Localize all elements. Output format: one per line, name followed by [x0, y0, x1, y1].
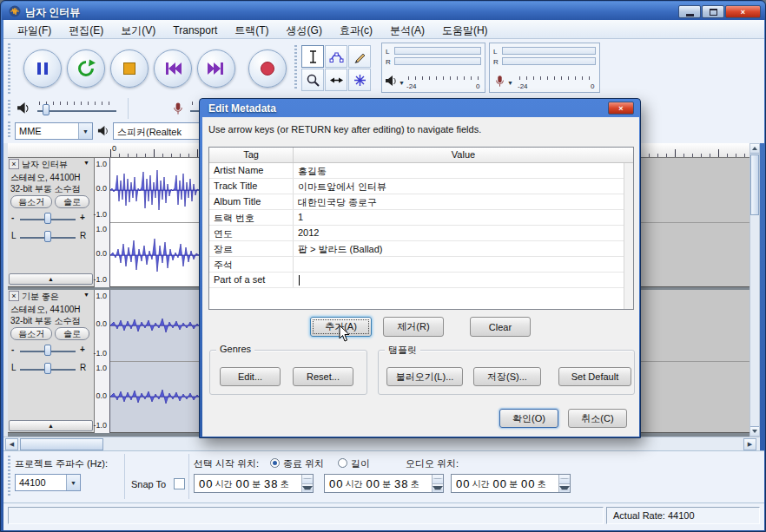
- metadata-tag-cell[interactable]: Album Title: [209, 194, 294, 209]
- metadata-row[interactable]: Artist Name 홍길동: [209, 163, 624, 179]
- stop-button[interactable]: [110, 49, 149, 88]
- scroll-right-button[interactable]: ▶: [743, 438, 756, 450]
- metadata-tag-cell[interactable]: 주석: [209, 257, 294, 272]
- transport-toolbar-gripper[interactable]: [8, 43, 10, 94]
- value-column-header[interactable]: Value: [294, 148, 633, 162]
- menu-item[interactable]: 분석(A): [381, 20, 433, 39]
- hours-value[interactable]: 00: [329, 477, 343, 490]
- metadata-row[interactable]: 장르 팝 > 발라드 (Ballad): [209, 241, 624, 257]
- metadata-value-cell[interactable]: 대한민국당 종로구: [294, 194, 624, 209]
- metadata-row[interactable]: 주석: [209, 257, 624, 273]
- device-toolbar-gripper[interactable]: [8, 122, 10, 139]
- track2-solo-button[interactable]: 솔로: [55, 327, 89, 340]
- scroll-left-button[interactable]: ◀: [5, 438, 18, 450]
- track2-collapse-button[interactable]: ▲: [9, 420, 93, 431]
- skip-to-start-button[interactable]: [154, 49, 192, 88]
- skip-to-end-button[interactable]: [197, 49, 235, 88]
- menu-item[interactable]: 파일(F): [9, 20, 60, 39]
- length-radio[interactable]: [338, 458, 347, 468]
- combo-arrow-icon[interactable]: ▼: [66, 475, 80, 490]
- record-button[interactable]: [248, 49, 287, 88]
- metadata-value-cell[interactable]: [294, 273, 624, 287]
- meter-dropdown-icon[interactable]: ▼: [507, 80, 513, 86]
- minimize-button[interactable]: [678, 5, 701, 18]
- time-spinner[interactable]: [432, 475, 443, 492]
- track2-close-button[interactable]: ×: [9, 291, 19, 301]
- metadata-row[interactable]: 연도 2012: [209, 226, 624, 241]
- table-scrollbar[interactable]: [624, 163, 633, 309]
- vertical-scroll-thumb[interactable]: [750, 154, 759, 215]
- metadata-value-cell[interactable]: 홍길동: [294, 163, 624, 178]
- zoom-tool-button[interactable]: [301, 69, 324, 91]
- menu-item[interactable]: 효과(c): [331, 20, 381, 39]
- menu-item[interactable]: 생성(G): [278, 20, 331, 39]
- metadata-tag-cell[interactable]: Track Title: [209, 179, 294, 194]
- genres-edit-button[interactable]: Edit...: [220, 367, 281, 386]
- play-button[interactable]: [67, 49, 105, 88]
- track2-gain-thumb[interactable]: [44, 345, 51, 356]
- remove-row-button[interactable]: 제거(R): [383, 317, 444, 337]
- metadata-tag-cell[interactable]: Artist Name: [209, 163, 294, 178]
- timeshift-tool-button[interactable]: [325, 69, 347, 91]
- track1-solo-button[interactable]: 솔로: [55, 195, 89, 208]
- menu-item[interactable]: 보기(V): [112, 20, 164, 39]
- mixer-toolbar-gripper[interactable]: [8, 100, 10, 117]
- clear-button[interactable]: Clear: [470, 317, 531, 337]
- hours-value[interactable]: 00: [456, 477, 470, 490]
- cancel-button[interactable]: 취소(C): [568, 409, 627, 428]
- titlebar[interactable]: 남자 인터뷰 ×: [2, 2, 765, 20]
- metadata-tag-cell[interactable]: 연도: [209, 226, 294, 240]
- ok-button[interactable]: 확인(O): [499, 409, 558, 428]
- seconds-value[interactable]: 00: [521, 477, 535, 490]
- metadata-value-cell[interactable]: 팝 > 발라드 (Ballad): [294, 241, 624, 256]
- set-default-button[interactable]: Set Default: [558, 367, 631, 386]
- metadata-row[interactable]: Track Title 이마트앞에서 인터뷰: [209, 179, 624, 194]
- project-rate-select[interactable]: 44100 ▼: [15, 474, 81, 491]
- recording-meter[interactable]: L R ▼ -24 0: [489, 43, 600, 93]
- multi-tool-button[interactable]: [348, 69, 371, 91]
- track1-menu-icon[interactable]: ▼: [83, 160, 89, 166]
- draw-tool-button[interactable]: [348, 45, 371, 68]
- meter-dropdown-icon[interactable]: ▼: [399, 80, 405, 86]
- horizontal-scroll-thumb[interactable]: [20, 438, 103, 450]
- combo-arrow-icon[interactable]: ▼: [78, 123, 92, 139]
- track1-close-button[interactable]: ×: [9, 159, 19, 169]
- metadata-row[interactable]: Album Title 대한민국당 종로구: [209, 194, 624, 210]
- track2-pan-thumb[interactable]: [44, 363, 51, 374]
- time-spinner[interactable]: [301, 475, 313, 492]
- hours-value[interactable]: 00: [199, 477, 213, 490]
- metadata-tag-cell[interactable]: Part of a set: [209, 273, 294, 287]
- selection-end-field[interactable]: 00 시간 00 분 38 초: [324, 474, 444, 493]
- track2-menu-icon[interactable]: ▼: [83, 292, 89, 298]
- tag-column-header[interactable]: Tag: [209, 148, 294, 162]
- time-spinner[interactable]: [558, 475, 570, 492]
- metadata-row[interactable]: 트랙 번호 1: [209, 210, 624, 226]
- output-volume-thumb[interactable]: [43, 104, 50, 115]
- metadata-value-cell[interactable]: [294, 257, 624, 272]
- seconds-value[interactable]: 38: [264, 477, 278, 490]
- metadata-value-cell[interactable]: 1: [294, 210, 624, 225]
- track1-name[interactable]: 남자 인터뷰: [22, 159, 81, 171]
- track2-vertical-ruler[interactable]: 1.0 0.0 -1.0 1.0 0.0 -1.0: [95, 290, 110, 433]
- pause-button[interactable]: [23, 49, 62, 88]
- envelope-tool-button[interactable]: [325, 45, 347, 68]
- metadata-value-cell[interactable]: 2012: [294, 226, 624, 240]
- track2-mute-button[interactable]: 음소거: [10, 327, 52, 340]
- template-save-button[interactable]: 저장(S)...: [473, 367, 541, 386]
- horizontal-scrollbar[interactable]: ◀ ▶: [3, 437, 760, 450]
- minutes-value[interactable]: 00: [492, 477, 506, 490]
- metadata-row[interactable]: Part of a set: [209, 273, 624, 288]
- menu-item[interactable]: 편집(E): [60, 20, 112, 39]
- end-radio[interactable]: [270, 458, 280, 468]
- track1-vertical-ruler[interactable]: 1.0 0.0 -1.0 1.0 0.0 -1.0: [95, 158, 110, 287]
- track2-name[interactable]: 기분 좋은: [22, 291, 81, 303]
- track1-mute-button[interactable]: 음소거: [10, 195, 52, 208]
- track1-collapse-button[interactable]: ▲: [9, 273, 93, 285]
- menu-item[interactable]: Transport: [164, 21, 226, 40]
- minutes-value[interactable]: 00: [366, 477, 380, 490]
- tools-toolbar-gripper[interactable]: [294, 45, 297, 90]
- track1-pan-thumb[interactable]: [44, 231, 51, 242]
- metadata-value-cell[interactable]: 이마트앞에서 인터뷰: [294, 179, 624, 194]
- track1-gain-thumb[interactable]: [44, 213, 51, 224]
- template-load-button[interactable]: 불러오기(L)...: [386, 367, 463, 386]
